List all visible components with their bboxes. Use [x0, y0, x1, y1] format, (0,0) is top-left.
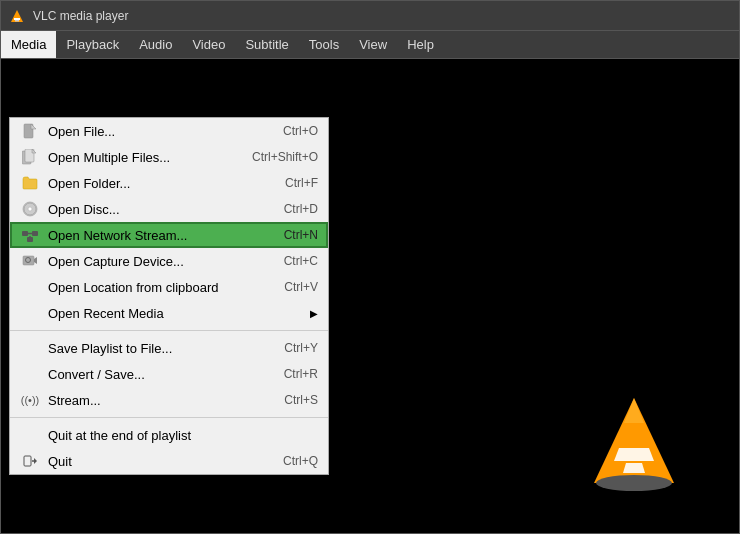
svg-rect-24 [24, 456, 31, 466]
dropdown-menu: Open File... Ctrl+O Open Multiple Files.… [9, 117, 329, 475]
vlc-cone [589, 393, 679, 493]
menu-open-location[interactable]: Open Location from clipboard Ctrl+V [10, 274, 328, 300]
menu-open-file[interactable]: Open File... Ctrl+O [10, 118, 328, 144]
menu-open-capture[interactable]: Open Capture Device... Ctrl+C [10, 248, 328, 274]
menu-open-multiple[interactable]: Open Multiple Files... Ctrl+Shift+O [10, 144, 328, 170]
open-location-icon [20, 279, 40, 295]
open-network-shortcut: Ctrl+N [284, 228, 318, 242]
menu-help[interactable]: Help [397, 31, 444, 58]
vlc-window: VLC media player Media Playback Audio Vi… [0, 0, 740, 534]
open-capture-icon [20, 253, 40, 269]
quit-label: Quit [48, 454, 283, 469]
open-recent-arrow: ▶ [310, 308, 318, 319]
open-folder-shortcut: Ctrl+F [285, 176, 318, 190]
quit-icon [20, 453, 40, 469]
open-file-icon [20, 123, 40, 139]
svg-marker-4 [614, 448, 654, 461]
svg-marker-22 [34, 257, 37, 264]
menu-playback[interactable]: Playback [56, 31, 129, 58]
vlc-title-icon [9, 8, 25, 24]
svg-rect-2 [15, 20, 19, 22]
open-disc-icon [20, 201, 40, 217]
menu-view[interactable]: View [349, 31, 397, 58]
svg-marker-5 [623, 463, 645, 473]
separator-2 [10, 417, 328, 418]
menu-open-recent[interactable]: Open Recent Media ▶ [10, 300, 328, 326]
open-capture-label: Open Capture Device... [48, 254, 284, 269]
save-playlist-icon [20, 340, 40, 356]
open-network-label: Open Network Stream... [48, 228, 284, 243]
menu-quit-end[interactable]: Quit at the end of playlist [10, 422, 328, 448]
menu-media[interactable]: Media [1, 31, 56, 58]
open-recent-icon [20, 305, 40, 321]
save-playlist-shortcut: Ctrl+Y [284, 341, 318, 355]
stream-icon: ((•)) [20, 392, 40, 408]
menu-open-network[interactable]: Open Network Stream... Ctrl+N [10, 222, 328, 248]
open-file-shortcut: Ctrl+O [283, 124, 318, 138]
open-folder-label: Open Folder... [48, 176, 285, 191]
open-multiple-shortcut: Ctrl+Shift+O [252, 150, 318, 164]
title-bar: VLC media player [1, 1, 739, 31]
open-disc-label: Open Disc... [48, 202, 284, 217]
menu-tools[interactable]: Tools [299, 31, 349, 58]
menu-video[interactable]: Video [182, 31, 235, 58]
svg-marker-7 [624, 398, 644, 423]
separator-1 [10, 330, 328, 331]
menu-audio[interactable]: Audio [129, 31, 182, 58]
open-location-label: Open Location from clipboard [48, 280, 284, 295]
menu-subtitle[interactable]: Subtitle [235, 31, 298, 58]
convert-save-shortcut: Ctrl+R [284, 367, 318, 381]
open-location-shortcut: Ctrl+V [284, 280, 318, 294]
svg-rect-16 [22, 231, 28, 236]
open-disc-shortcut: Ctrl+D [284, 202, 318, 216]
svg-rect-17 [32, 231, 38, 236]
convert-save-icon [20, 366, 40, 382]
quit-shortcut: Ctrl+Q [283, 454, 318, 468]
quit-end-icon [20, 427, 40, 443]
menu-bar: Media Playback Audio Video Subtitle Tool… [1, 31, 739, 59]
menu-open-disc[interactable]: Open Disc... Ctrl+D [10, 196, 328, 222]
app-title: VLC media player [33, 9, 128, 23]
menu-save-playlist[interactable]: Save Playlist to File... Ctrl+Y [10, 335, 328, 361]
stream-shortcut: Ctrl+S [284, 393, 318, 407]
menu-open-folder[interactable]: Open Folder... Ctrl+F [10, 170, 328, 196]
menu-stream[interactable]: ((•)) Stream... Ctrl+S [10, 387, 328, 413]
quit-end-label: Quit at the end of playlist [48, 428, 318, 443]
open-file-label: Open File... [48, 124, 283, 139]
svg-point-14 [28, 207, 32, 211]
svg-rect-19 [27, 237, 33, 242]
convert-save-label: Convert / Save... [48, 367, 284, 382]
main-content: Open File... Ctrl+O Open Multiple Files.… [1, 59, 739, 533]
open-capture-shortcut: Ctrl+C [284, 254, 318, 268]
open-multiple-icon [20, 149, 40, 165]
open-recent-label: Open Recent Media [48, 306, 306, 321]
stream-label: Stream... [48, 393, 284, 408]
save-playlist-label: Save Playlist to File... [48, 341, 284, 356]
menu-convert-save[interactable]: Convert / Save... Ctrl+R [10, 361, 328, 387]
svg-point-6 [596, 475, 672, 491]
svg-marker-26 [34, 458, 37, 464]
open-folder-icon [20, 175, 40, 191]
svg-marker-9 [31, 124, 36, 129]
open-network-icon [20, 227, 40, 243]
menu-quit[interactable]: Quit Ctrl+Q [10, 448, 328, 474]
open-multiple-label: Open Multiple Files... [48, 150, 252, 165]
svg-rect-1 [14, 18, 20, 20]
